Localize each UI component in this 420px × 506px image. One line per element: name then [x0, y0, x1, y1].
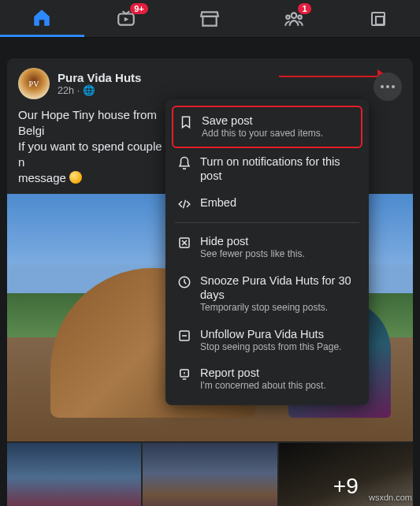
top-nav: 9+ 1 — [0, 0, 420, 38]
menu-item-sub: Add this to your saved items. — [202, 128, 323, 140]
tab-watch[interactable]: 9+ — [84, 0, 169, 37]
post-thumb-1[interactable] — [7, 443, 141, 506]
marketplace-icon — [199, 9, 220, 29]
avatar[interactable]: PV — [18, 68, 50, 99]
menu-item-title: Embed — [200, 195, 236, 210]
code-icon — [177, 197, 191, 211]
menu-turn-on-notifications[interactable]: Turn on notifications for this post — [172, 148, 362, 189]
post-options-button[interactable] — [374, 73, 402, 101]
menu-save-post[interactable]: Save post Add this to your saved items. — [172, 106, 362, 148]
clock-icon — [177, 275, 191, 289]
svg-rect-4 — [372, 13, 385, 25]
bookmark-icon — [179, 115, 193, 129]
post-subline: 22h · 🌐 — [58, 84, 141, 96]
wink-emoji — [69, 171, 82, 184]
menu-snooze[interactable]: Snooze Pura Vida Huts for 30 days Tempor… — [172, 267, 362, 321]
post-thumb-2[interactable] — [143, 443, 277, 506]
post-author[interactable]: Pura Vida Huts — [58, 71, 141, 84]
bell-icon — [177, 156, 191, 170]
menu-divider — [175, 222, 359, 223]
menu-unfollow[interactable]: Unfollow Pura Vida Huts Stop seeing post… — [172, 321, 362, 360]
news-icon — [369, 9, 388, 28]
menu-item-sub: Temporarily stop seeing posts. — [200, 302, 358, 314]
menu-item-sub: I'm concerned about this post. — [200, 380, 326, 393]
menu-item-title: Snooze Pura Vida Huts for 30 days — [200, 273, 358, 302]
tab-marketplace[interactable] — [168, 0, 252, 37]
menu-item-sub: Stop seeing posts from this Page. — [200, 341, 341, 354]
home-icon — [32, 7, 52, 28]
post-header: PV Pura Vida Huts 22h · 🌐 — [18, 68, 402, 99]
ellipsis-icon — [381, 85, 395, 88]
post-text: Our Hope Tiny house from Belgi If you wa… — [18, 107, 176, 186]
post-text-line: message — [18, 171, 66, 184]
post-timestamp[interactable]: 22h — [58, 85, 74, 96]
watch-badge: 9+ — [130, 3, 148, 14]
watermark: wsxdn.com — [369, 493, 412, 502]
svg-point-2 — [286, 15, 289, 18]
menu-item-title: Save post — [202, 113, 323, 128]
post-text-line: Our Hope Tiny house from Belgi — [18, 108, 157, 137]
annotation-arrow — [279, 76, 381, 77]
tab-home[interactable] — [0, 0, 84, 37]
report-icon — [177, 367, 191, 381]
menu-item-title: Hide post — [200, 234, 305, 248]
tab-news[interactable] — [336, 0, 420, 37]
groups-badge: 1 — [298, 3, 310, 14]
menu-item-title: Report post — [200, 366, 326, 380]
menu-item-title: Turn on notifications for this post — [200, 154, 358, 183]
post-options-menu: Save post Add this to your saved items. … — [165, 99, 369, 405]
svg-point-3 — [298, 15, 301, 18]
post-text-line: If you want to spend couple of n — [18, 140, 175, 169]
menu-embed[interactable]: Embed — [172, 189, 362, 218]
menu-report-post[interactable]: Report post I'm concerned about this pos… — [172, 359, 362, 399]
svg-rect-5 — [376, 17, 384, 24]
menu-item-title: Unfollow Pura Vida Huts — [200, 327, 341, 341]
tab-groups[interactable]: 1 — [252, 0, 336, 37]
svg-point-1 — [292, 13, 297, 18]
menu-item-sub: See fewer posts like this. — [200, 248, 305, 261]
privacy-icon[interactable]: 🌐 — [83, 84, 95, 96]
unfollow-icon — [177, 329, 191, 343]
menu-hide-post[interactable]: Hide post See fewer posts like this. — [172, 228, 362, 267]
hide-icon — [177, 236, 191, 250]
